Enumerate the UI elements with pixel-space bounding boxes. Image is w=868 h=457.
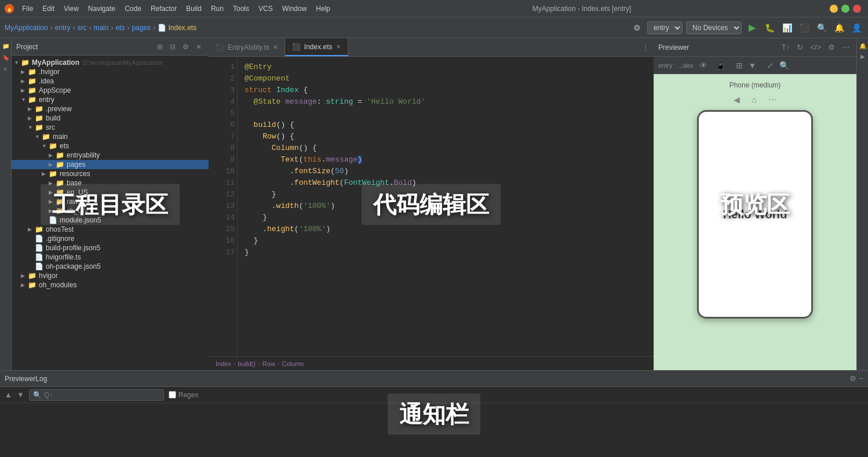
tree-item-gitignore[interactable]: ▶ 📄 .gitignore (12, 234, 209, 243)
tree-item-pages[interactable]: ▶ 📁 pages (12, 160, 209, 169)
breadcrumb-pages[interactable]: pages (132, 24, 151, 32)
tree-item-appscope[interactable]: ▶ 📁 AppScope (12, 86, 209, 95)
window-title: MyApplication - Index.ets [entry] (338, 5, 825, 13)
bottom-panel-close-btn[interactable]: − (859, 374, 863, 383)
tree-item-base[interactable]: ▶ 📁 base (12, 178, 209, 188)
tree-item-build-profile[interactable]: ▶ 📄 build-profile.json5 (12, 243, 209, 253)
right-sidebar-prev-icon[interactable]: ▶ (858, 51, 868, 61)
eb-column[interactable]: Column (282, 360, 304, 367)
previewer-phone-btn[interactable]: 📱 (713, 60, 728, 71)
previewer-eye-btn[interactable]: 👁 (697, 60, 710, 71)
menu-edit[interactable]: Edit (39, 3, 58, 14)
previewer-refresh-btn[interactable]: ↻ (794, 42, 805, 53)
bottom-panel: PreviewerLog ⚙ − ▲ ▼ 🔍 Regex 通知栏 (0, 370, 868, 457)
tree-item-src[interactable]: ▼ 📁 src (12, 123, 209, 132)
maximize-button[interactable] (841, 5, 849, 13)
phone-back-btn[interactable]: ◀ (731, 94, 742, 105)
previewer-font-btn[interactable]: T↑ (779, 42, 792, 53)
project-close-btn[interactable]: ✕ (194, 42, 204, 52)
regex-checkbox-label[interactable]: Regex (169, 391, 199, 399)
previewer-settings-btn[interactable]: ⚙ (826, 42, 837, 53)
sidebar-bookmarks-icon[interactable]: 🔖 (1, 52, 11, 63)
log-up-btn[interactable]: ▲ (5, 390, 12, 399)
breadcrumb-entry[interactable]: entry (55, 24, 71, 32)
menu-code[interactable]: Code (121, 3, 145, 14)
menu-navigate[interactable]: Navigate (85, 3, 119, 14)
eb-build[interactable]: build() (238, 360, 256, 367)
tree-item-preview[interactable]: ▶ 📁 .preview (12, 104, 209, 114)
regex-checkbox[interactable] (169, 391, 176, 398)
tree-item-entryability[interactable]: ▶ 📁 entryability (12, 151, 209, 160)
tree-item-rawfile[interactable]: ▶ 📁 rawfile (12, 197, 209, 206)
tab-index[interactable]: ⬛ Index.ets ✕ (285, 38, 348, 56)
project-collapse-all-btn[interactable]: ⊟ (167, 42, 178, 52)
phone-more-btn[interactable]: ⋯ (766, 94, 779, 105)
stop-button[interactable]: ⬛ (797, 21, 811, 35)
breadcrumb-main[interactable]: main (93, 24, 108, 32)
breadcrumb-app[interactable]: MyApplication (5, 24, 48, 32)
previewer-expand-btn[interactable]: ⤢ (764, 60, 776, 71)
tree-item-oh-package[interactable]: ▶ 📄 oh-package.json5 (12, 262, 209, 271)
tree-item-resources[interactable]: ▶ 📁 resources (12, 169, 209, 178)
phone-home-btn[interactable]: ⌂ (749, 94, 758, 105)
bottom-panel-title: PreviewerLog (5, 375, 847, 383)
tree-item-entry[interactable]: ▼ 📁 entry (12, 95, 209, 104)
run-button[interactable]: ▶ (745, 21, 759, 35)
menu-view[interactable]: View (60, 3, 82, 14)
entry-selector[interactable]: entry (647, 21, 683, 34)
menu-help[interactable]: Help (312, 3, 334, 14)
menu-tools[interactable]: Tools (229, 3, 253, 14)
menu-file[interactable]: File (19, 3, 37, 14)
tree-item-myapplication[interactable]: ▼ 📁 MyApplication D:\workspace\MyApplica… (12, 58, 209, 67)
tree-item-en-us[interactable]: ▶ 📁 en_US (12, 188, 209, 197)
previewer-zoom-btn[interactable]: 🔍 (777, 60, 792, 71)
tree-item-idea[interactable]: ▶ 📁 .idea (12, 76, 209, 86)
eb-index[interactable]: Index (216, 360, 231, 367)
breadcrumb-src[interactable]: src (77, 24, 86, 32)
settings-icon-btn[interactable]: ⚙ (630, 21, 644, 35)
menu-window[interactable]: Window (279, 3, 311, 14)
menu-vcs[interactable]: VCS (255, 3, 276, 14)
eb-row[interactable]: Row (262, 360, 275, 367)
sidebar-project-icon[interactable]: 📁 (1, 41, 11, 51)
debug-button[interactable]: 🐛 (763, 21, 776, 35)
tree-item-ets[interactable]: ▼ 📁 ets (12, 141, 209, 151)
tab-index-close[interactable]: ✕ (336, 43, 341, 50)
tree-item-module-json[interactable]: ▶ 📄 module.json5 (12, 215, 209, 225)
bottom-panel-settings-btn[interactable]: ⚙ (849, 374, 856, 383)
tab-more-btn[interactable]: ⋮ (637, 43, 654, 52)
previewer-code-btn[interactable]: </> (808, 42, 823, 53)
previewer-grid-btn[interactable]: ⊞ (734, 60, 745, 71)
log-search[interactable]: 🔍 (29, 389, 164, 401)
close-button[interactable] (853, 5, 861, 13)
code-content[interactable]: @Entry @Component struct Index { @State … (238, 57, 654, 356)
menu-refactor[interactable]: Refactor (147, 3, 180, 14)
previewer-more-btn[interactable]: ⋯ (840, 42, 852, 53)
tree-item-build[interactable]: ▶ 📁 build (12, 114, 209, 123)
menu-run[interactable]: Run (207, 3, 227, 14)
tab-entryability-close[interactable]: ✕ (273, 44, 278, 50)
search-icon-btn[interactable]: 🔍 (815, 21, 829, 35)
menu-build[interactable]: Build (183, 3, 205, 14)
device-selector[interactable]: No Devices (686, 21, 742, 34)
tree-item-hvigor-hidden[interactable]: ▶ 📁 .hvigor (12, 67, 209, 76)
minimize-button[interactable] (830, 5, 838, 13)
log-down-btn[interactable]: ▼ (17, 390, 24, 399)
profile-button[interactable]: 📊 (780, 21, 794, 35)
breadcrumb-ets[interactable]: ets (115, 24, 125, 32)
project-expand-all-btn[interactable]: ⊞ (155, 42, 165, 52)
tree-item-ohostest[interactable]: ▶ 📁 ohosTest (12, 225, 209, 234)
tree-item-main[interactable]: ▼ 📁 main (12, 132, 209, 141)
project-settings-btn[interactable]: ⚙ (180, 42, 191, 52)
account-icon-btn[interactable]: 👤 (849, 21, 863, 35)
right-sidebar-notif-icon[interactable]: 🔔 (858, 41, 868, 51)
tree-item-oh-modules[interactable]: ▶ 📁 oh_modules (12, 280, 209, 290)
tree-item-hvigor-folder[interactable]: ▶ 📁 hvigor (12, 271, 209, 280)
log-search-input[interactable] (44, 391, 160, 399)
tree-item-hvigorfile[interactable]: ▶ 📄 hvigorfile.ts (12, 253, 209, 262)
sidebar-structure-icon[interactable]: ≡ (1, 64, 11, 74)
tree-item-zh-cn[interactable]: ▶ 📁 zh_CN (12, 206, 209, 215)
notifications-icon-btn[interactable]: 🔔 (832, 21, 846, 35)
tab-entryability[interactable]: ⬛ EntryAbility.ts ✕ (209, 38, 285, 56)
previewer-list-btn[interactable]: ▼ (746, 60, 759, 71)
